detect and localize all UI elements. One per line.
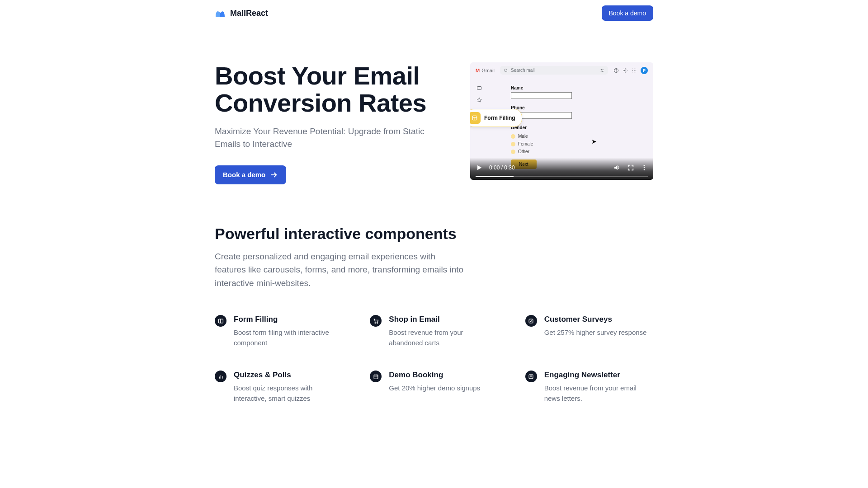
svg-point-15 (636, 70, 637, 71)
hero-cta-label: Book a demo (223, 171, 265, 178)
section-title: Powerful interactive components (215, 225, 653, 243)
radio-other: Other (511, 149, 642, 154)
book-demo-button-nav[interactable]: Book a demo (602, 5, 654, 21)
panel-icon (218, 318, 224, 324)
svg-point-34 (377, 323, 378, 324)
arrow-right-icon (270, 171, 278, 179)
cart-icon (373, 318, 379, 324)
components-section: Powerful interactive components Create p… (215, 225, 653, 404)
inbox-icon (476, 85, 482, 91)
gmail-logo: M Gmail (476, 68, 495, 73)
fullscreen-icon[interactable] (627, 164, 634, 171)
feature-shop-email: Shop in Email Boost revenue from your ab… (370, 315, 498, 348)
star-icon (476, 97, 482, 103)
book-demo-button-hero[interactable]: Book a demo (215, 165, 286, 184)
navbar: MailReact Book a demo (215, 0, 653, 26)
email-form: Form Filling Name Phone Gender Male Fema… (488, 78, 653, 164)
svg-rect-23 (472, 116, 476, 120)
input-name (511, 92, 572, 99)
feature-title: Shop in Email (389, 315, 498, 324)
feature-desc: Boost form filing with interactive compo… (234, 328, 343, 348)
cursor-icon: ➤ (591, 138, 597, 145)
gmail-header: M Gmail Search mail P (470, 62, 653, 78)
svg-point-8 (616, 71, 617, 72)
hero-subtitle: Maximize Your Revenue Potential: Upgrade… (215, 125, 452, 151)
label-phone: Phone (511, 105, 642, 110)
chip-label: Form Filling (484, 115, 515, 121)
section-subtitle: Create personalized and engaging email e… (215, 250, 468, 290)
play-icon[interactable] (476, 164, 483, 171)
svg-marker-26 (477, 165, 481, 170)
svg-point-16 (632, 71, 633, 72)
svg-point-30 (644, 169, 645, 170)
svg-point-5 (601, 69, 602, 70)
svg-point-11 (634, 68, 635, 69)
form-icon (472, 115, 478, 121)
video-controls[interactable]: 0:00 / 0:30 (470, 158, 653, 180)
brand-name: MailReact (230, 9, 268, 18)
svg-point-10 (632, 68, 633, 69)
gear-icon (623, 68, 628, 73)
svg-point-13 (632, 70, 633, 71)
gmail-search-placeholder: Search mail (511, 68, 535, 73)
avatar: P (641, 67, 648, 74)
svg-marker-20 (477, 98, 481, 102)
hero: Boost Your Email Conversion Rates Maximi… (215, 26, 653, 225)
svg-point-1 (505, 69, 507, 71)
svg-marker-27 (614, 165, 618, 170)
search-icon (504, 68, 508, 73)
svg-line-2 (507, 71, 508, 72)
svg-rect-19 (477, 87, 481, 90)
feature-newsletter: Engaging Newsletter Boost revenue from y… (525, 371, 653, 404)
radio-male: Male (511, 134, 642, 139)
logo[interactable]: MailReact (215, 8, 268, 19)
volume-icon[interactable] (613, 164, 621, 171)
more-icon[interactable] (641, 164, 648, 171)
apps-icon (632, 68, 637, 73)
gmail-label: Gmail (481, 68, 495, 73)
calendar-icon (373, 374, 379, 380)
feature-title: Demo Booking (389, 371, 480, 380)
svg-point-29 (644, 167, 645, 169)
video-progress[interactable] (476, 176, 648, 177)
feature-title: Customer Surveys (544, 315, 647, 324)
svg-point-14 (634, 70, 635, 71)
feature-desc: Boost quiz responses with interactive, s… (234, 383, 343, 404)
gmail-search: Search mail (500, 66, 608, 75)
svg-point-12 (636, 68, 637, 69)
svg-point-18 (636, 71, 637, 72)
video-time: 0:00 / 0:30 (489, 164, 515, 171)
feature-desc: Get 257% higher survey response (544, 328, 647, 338)
label-gender: Gender (511, 125, 642, 130)
svg-rect-39 (374, 375, 378, 379)
svg-point-28 (644, 165, 645, 166)
svg-point-33 (375, 323, 376, 324)
help-icon (613, 68, 619, 73)
feature-desc: Boost revenue from your abandoned carts (389, 328, 498, 348)
newspaper-icon (528, 374, 534, 380)
feature-form-filling: Form Filling Boost form filing with inte… (215, 315, 343, 348)
demo-video[interactable]: M Gmail Search mail P (470, 62, 653, 180)
label-name: Name (511, 85, 642, 90)
feature-quizzes: Quizzes & Polls Boost quiz responses wit… (215, 371, 343, 404)
feature-title: Quizzes & Polls (234, 371, 343, 380)
svg-point-9 (625, 70, 626, 71)
svg-point-6 (602, 70, 603, 71)
feature-title: Form Filling (234, 315, 343, 324)
feature-surveys: Customer Surveys Get 257% higher survey … (525, 315, 653, 348)
feature-title: Engaging Newsletter (544, 371, 653, 380)
check-square-icon (528, 318, 534, 324)
hero-title: Boost Your Email Conversion Rates (215, 62, 452, 117)
chart-icon (218, 374, 224, 380)
svg-point-17 (634, 71, 635, 72)
feature-desc: Get 20% higher demo signups (389, 383, 480, 394)
radio-female: Female (511, 141, 642, 146)
svg-rect-31 (218, 319, 223, 323)
tune-icon (600, 68, 604, 73)
form-filling-chip: Form Filling (470, 109, 522, 127)
feature-desc: Boost revenue from your email news lette… (544, 383, 653, 404)
feature-demo-booking: Demo Booking Get 20% higher demo signups (370, 371, 498, 404)
logo-icon (215, 8, 226, 19)
